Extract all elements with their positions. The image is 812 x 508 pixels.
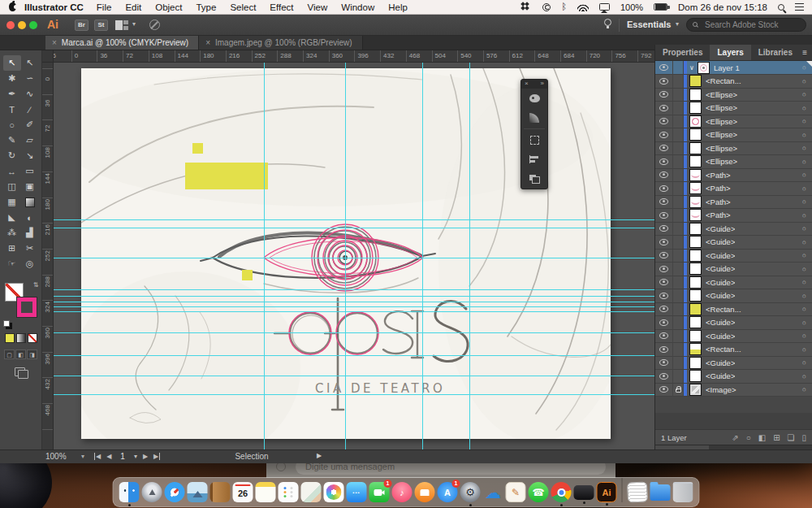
target-circle-icon[interactable]: ○ [802, 292, 806, 300]
arrange-documents-icon[interactable] [115, 20, 128, 30]
last-artboard-icon[interactable]: ▶ [153, 453, 160, 460]
dock-notes[interactable] [256, 482, 276, 502]
touch-workspace-icon[interactable] [149, 20, 160, 30]
rotate-tool[interactable]: ↻ [3, 148, 21, 163]
tab-libraries[interactable]: Libraries [751, 45, 800, 60]
visibility-toggle[interactable] [655, 357, 673, 370]
visibility-toggle[interactable] [655, 384, 673, 397]
lock-toggle[interactable] [673, 209, 684, 222]
collapse-icon[interactable]: » [541, 80, 544, 87]
menubar-item-file[interactable]: File [97, 2, 112, 12]
target-circle-icon[interactable]: ○ [802, 171, 806, 179]
status-options-icon[interactable]: ▶ [317, 452, 322, 459]
visibility-toggle[interactable] [655, 155, 673, 168]
dock-calendar[interactable]: 26 [233, 482, 253, 502]
delete-layer-icon[interactable]: ▯ [801, 433, 806, 442]
layer-row[interactable]: <Guide>○ [655, 263, 812, 276]
layer-row[interactable]: <Ellipse>○ [655, 115, 812, 129]
layer-row[interactable]: <Guide>○ [655, 357, 812, 371]
screen-mode-icon[interactable] [15, 367, 28, 378]
eyedropper-tool[interactable]: ◣ [3, 210, 21, 225]
target-circle-icon[interactable]: ○ [802, 358, 806, 367]
lock-toggle[interactable] [673, 316, 684, 329]
target-circle-icon[interactable]: ○ [802, 185, 806, 193]
wifi-icon[interactable] [577, 3, 589, 11]
pathfinder-panel-icon[interactable] [521, 169, 547, 189]
visibility-toggle[interactable] [655, 196, 673, 209]
lock-toggle[interactable] [673, 357, 684, 370]
layer-row[interactable]: <Path>○ [655, 196, 812, 210]
dock-documents[interactable] [627, 481, 648, 502]
zoom-tool[interactable]: ◎ [21, 256, 39, 271]
dock-whatsapp[interactable]: ☎ [529, 482, 549, 502]
dock-launchpad[interactable] [142, 482, 162, 502]
lock-toggle[interactable] [673, 75, 684, 88]
selection-tool[interactable]: ↖ [3, 55, 21, 71]
curvature-tool[interactable]: ∿ [21, 86, 39, 102]
dropbox-icon[interactable] [523, 2, 532, 11]
target-circle-icon[interactable]: ○ [802, 104, 806, 112]
target-circle-icon[interactable]: ○ [802, 211, 806, 219]
close-icon[interactable]: × [205, 38, 210, 47]
layer-row[interactable]: <Image>○ [655, 384, 812, 397]
target-circle-icon[interactable]: ○ [802, 90, 806, 98]
chevron-down-icon[interactable]: ▾ [676, 20, 679, 28]
layer-row[interactable]: <Path>○ [655, 169, 812, 183]
visibility-toggle[interactable] [655, 343, 673, 356]
artboard-tool[interactable]: ⊞ [3, 241, 21, 256]
prev-artboard-icon[interactable]: ◀ [106, 453, 111, 460]
stock-button[interactable]: St [94, 20, 108, 31]
target-circle-icon[interactable]: ○ [802, 332, 806, 340]
target-circle-icon[interactable]: ○ [802, 345, 806, 354]
zoom-window-button[interactable] [29, 21, 37, 29]
layer-row[interactable]: <Guide>○ [655, 289, 812, 303]
visibility-toggle[interactable] [655, 169, 673, 182]
layer-row[interactable]: <Rectan...○ [655, 343, 812, 357]
dock-app-store[interactable]: A1 [438, 482, 458, 502]
artboard-number[interactable]: 1 [117, 452, 128, 461]
next-artboard-icon[interactable]: ▶ [143, 453, 148, 460]
stroke-color-indicator[interactable] [17, 297, 37, 317]
dock-system-preferences[interactable]: ⚙ [460, 482, 481, 502]
visibility-toggle[interactable] [655, 316, 673, 329]
lock-toggle[interactable] [673, 169, 684, 182]
magic-wand-tool[interactable]: ✱ [3, 71, 21, 86]
layer-row[interactable]: <Guide>○ [655, 276, 812, 290]
lock-toggle[interactable] [673, 102, 684, 115]
expand-icon[interactable]: ∨ [689, 64, 698, 72]
layer-row[interactable]: <Guide>○ [655, 250, 812, 263]
notification-center-icon[interactable] [795, 3, 804, 11]
ellipse-tool[interactable]: ○ [3, 117, 21, 132]
visibility-toggle[interactable] [655, 250, 673, 263]
transform-panel-icon[interactable] [521, 130, 547, 150]
visibility-toggle[interactable] [655, 303, 673, 316]
stock-search-field[interactable] [686, 18, 806, 32]
lock-toggle[interactable] [673, 276, 684, 289]
horizontal-ruler[interactable]: 3603672108144180216252288324360396432468… [42, 50, 654, 63]
dock-preview[interactable] [188, 482, 208, 502]
dock-messages[interactable] [347, 482, 367, 502]
lock-toggle[interactable] [673, 155, 684, 168]
layer-row[interactable]: <Ellipse>○ [655, 155, 812, 169]
zoom-level[interactable]: 100% [45, 452, 67, 461]
tab-properties[interactable]: Properties [655, 45, 710, 60]
layer-row[interactable]: <Ellipse>○ [655, 142, 812, 156]
lock-toggle[interactable] [673, 263, 684, 276]
visibility-toggle[interactable] [655, 115, 673, 128]
floating-panel-titlebar[interactable]: × » [521, 80, 547, 89]
dock-ibooks[interactable] [415, 482, 435, 502]
slice-tool[interactable]: ✂ [21, 241, 39, 256]
gradient-panel-icon[interactable] [521, 108, 547, 128]
visibility-toggle[interactable] [655, 370, 673, 383]
line-segment-tool[interactable]: ∕ [21, 102, 39, 117]
type-tool[interactable]: T [3, 102, 21, 117]
new-sublayer-icon[interactable]: ⊞ [773, 433, 780, 442]
visibility-toggle[interactable] [655, 75, 673, 88]
visibility-toggle[interactable] [655, 61, 673, 74]
lock-toggle[interactable] [673, 128, 684, 141]
lock-toggle[interactable] [673, 384, 684, 397]
visibility-toggle[interactable] [655, 263, 673, 276]
lock-toggle[interactable] [673, 196, 684, 209]
hand-tool[interactable]: ☞ [3, 256, 21, 271]
direct-selection-tool[interactable]: ↖ [21, 55, 39, 71]
